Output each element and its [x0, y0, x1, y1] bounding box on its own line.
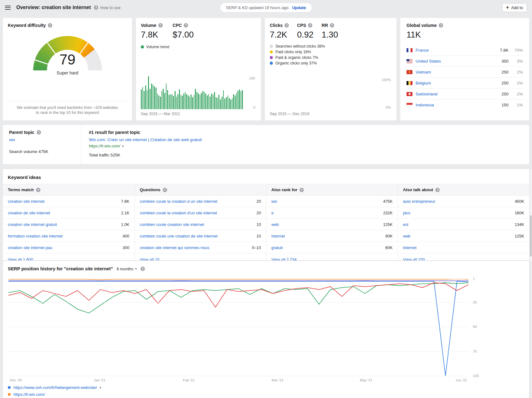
country-link[interactable]: Indonesia: [416, 103, 434, 107]
keyword-column-header: Also rank for?: [266, 184, 398, 196]
help-icon[interactable]: ?: [36, 188, 40, 192]
serp-legend: https://www.ovh.com/fr/hebergement-web/s…: [8, 385, 529, 397]
chevron-down-icon[interactable]: ▾: [100, 386, 101, 389]
country-link[interactable]: Vietnam: [416, 70, 431, 74]
view-all-link[interactable]: View all 1,600: [3, 253, 135, 261]
how-to-use-link[interactable]: ? How to use: [94, 5, 120, 10]
keyword-ideas-title: Keyword ideas: [3, 169, 529, 184]
keyword-link[interactable]: internet: [403, 245, 417, 250]
keyword-row: web125K: [266, 219, 398, 230]
country-link[interactable]: Belgium: [416, 81, 431, 85]
parent-topic-result-header: #1 result for parent topic: [89, 130, 522, 135]
keyword-link[interactable]: formation creation site internet: [8, 234, 63, 238]
plus-icon: +: [506, 6, 509, 9]
keyword-row: gratuit60K: [266, 242, 398, 253]
serp-series-line: [8, 283, 468, 307]
volume-trend-chart: [141, 76, 243, 109]
keyword-link[interactable]: creation site internet pau: [8, 245, 52, 250]
difficulty-value: 79: [33, 51, 102, 68]
help-icon[interactable]: ?: [184, 23, 188, 28]
keyword-link[interactable]: creation site internet: [8, 199, 44, 204]
cpc-label: CPC?: [173, 23, 194, 28]
keyword-row: plus160K: [398, 207, 529, 219]
keyword-row: combien coute la creation d un site inte…: [135, 196, 266, 207]
help-icon[interactable]: ?: [284, 23, 289, 28]
keyword-link[interactable]: creation de site internet: [8, 211, 50, 215]
parent-topic-result-link[interactable]: Wix.com: Créer un site internet | Créati…: [89, 137, 202, 142]
view-all-link[interactable]: View all 150: [398, 253, 529, 261]
keyword-row: auto entrepreneur450K: [398, 196, 529, 207]
parent-topic-card: Parent topic ? wix Search volume 475K #1…: [3, 125, 529, 165]
country-link[interactable]: Switzerland: [416, 92, 437, 96]
keyword-link[interactable]: gratuit: [271, 245, 283, 250]
keyword-link[interactable]: web: [403, 234, 411, 238]
global-volume-value: 11K: [407, 30, 523, 40]
chevron-down-icon[interactable]: ▾: [122, 145, 124, 148]
serp-period-dropdown[interactable]: 6 months ▾: [117, 267, 137, 271]
parent-topic-link[interactable]: wix: [9, 137, 15, 142]
parent-topic-result-url[interactable]: https://fr.wix.com/: [89, 144, 120, 148]
keyword-difficulty-card: Keyword difficulty ? 79 Super hard We es…: [3, 18, 132, 121]
flag-be-icon: [407, 81, 412, 85]
help-icon[interactable]: ?: [48, 23, 52, 28]
keyword-difficulty-title: Keyword difficulty ?: [8, 23, 127, 28]
serp-x-label: Jun '21: [456, 378, 467, 382]
add-to-label: Add to: [511, 5, 523, 10]
keyword-link[interactable]: wix: [271, 199, 277, 204]
clicks-value: 7.2K: [270, 30, 289, 40]
parent-topic-search-volume: Search volume 475K: [9, 149, 75, 154]
keyword-link[interactable]: combien coute la creation d'un site inte…: [140, 211, 217, 215]
keyword-link[interactable]: e: [271, 211, 274, 215]
help-icon[interactable]: ?: [435, 188, 440, 192]
volume-range: Sep 2015 — Mar 2021: [141, 112, 256, 116]
keyword-link[interactable]: auto entrepreneur: [403, 199, 435, 204]
flag-ch-icon: [407, 92, 412, 96]
flag-fr-icon: [407, 48, 412, 52]
help-icon[interactable]: ?: [330, 23, 334, 28]
serp-legend-url[interactable]: https://www.ovh.com/fr/hebergement-web/s…: [13, 385, 97, 390]
help-icon[interactable]: ?: [299, 188, 304, 192]
help-icon[interactable]: ?: [158, 23, 163, 28]
keyword-link[interactable]: web: [271, 222, 279, 227]
keyword-row: creation de site internet2.1K: [3, 207, 135, 219]
update-button[interactable]: Update: [292, 5, 306, 10]
keyword-link[interactable]: internet: [271, 234, 285, 238]
rr-value: 1.30: [322, 30, 338, 40]
help-icon[interactable]: ?: [37, 130, 41, 135]
keyword-row: combien coute une creation de site inter…: [135, 230, 266, 242]
keyword-row: est134K: [398, 219, 529, 230]
volume-trend-legend: Volume trend: [141, 45, 256, 49]
serp-series-line: [8, 281, 468, 281]
keyword-link[interactable]: combien coute une creation de site inter…: [140, 234, 218, 238]
keyword-link[interactable]: combien coute la creation d un site inte…: [140, 199, 217, 204]
view-all-link[interactable]: View all 2,734: [266, 253, 398, 261]
serp-legend-url[interactable]: https://fr.wix.com/: [13, 392, 45, 397]
keyword-row: combien coute creation site internet10: [135, 219, 266, 230]
help-icon[interactable]: ?: [308, 23, 312, 28]
country-list: France7.8K70%United States3503%Vietnam25…: [407, 45, 523, 110]
country-link[interactable]: United States: [416, 59, 441, 64]
ahrefs-keyword-overview: Overview: creation site internet ? How t…: [0, 0, 532, 398]
page-scrollbar[interactable]: [529, 169, 532, 261]
serp-y-label: 100: [473, 374, 479, 378]
keyword-row: formation creation site internet400: [3, 230, 135, 242]
keyword-column-header: Also talk about?: [398, 184, 529, 196]
clicks-breakdown-chart: [270, 78, 378, 109]
keyword-link[interactable]: est: [403, 222, 408, 227]
menu-icon[interactable]: [5, 6, 11, 10]
help-icon[interactable]: ?: [141, 267, 145, 271]
keyword-link[interactable]: combien coute creation site internet: [140, 222, 204, 227]
country-link[interactable]: France: [416, 48, 429, 53]
clicks-legend-item: Paid clicks only 18%: [270, 50, 391, 54]
keyword-link[interactable]: creation site internet qui sommes nous: [140, 245, 210, 250]
country-row: Indonesia1501%: [407, 100, 523, 110]
add-to-button[interactable]: + Add to: [502, 3, 527, 12]
help-icon[interactable]: ?: [439, 23, 443, 28]
keyword-link[interactable]: creation site internet gratuit: [8, 222, 57, 227]
parent-topic-title: Parent topic ?: [9, 130, 75, 135]
country-row: Vietnam2502%: [407, 67, 523, 78]
view-all-link[interactable]: View all 10: [135, 253, 266, 261]
help-icon[interactable]: ?: [163, 188, 167, 192]
keyword-row: creation site internet qui sommes nous0–…: [135, 242, 266, 253]
keyword-link[interactable]: plus: [403, 211, 411, 215]
